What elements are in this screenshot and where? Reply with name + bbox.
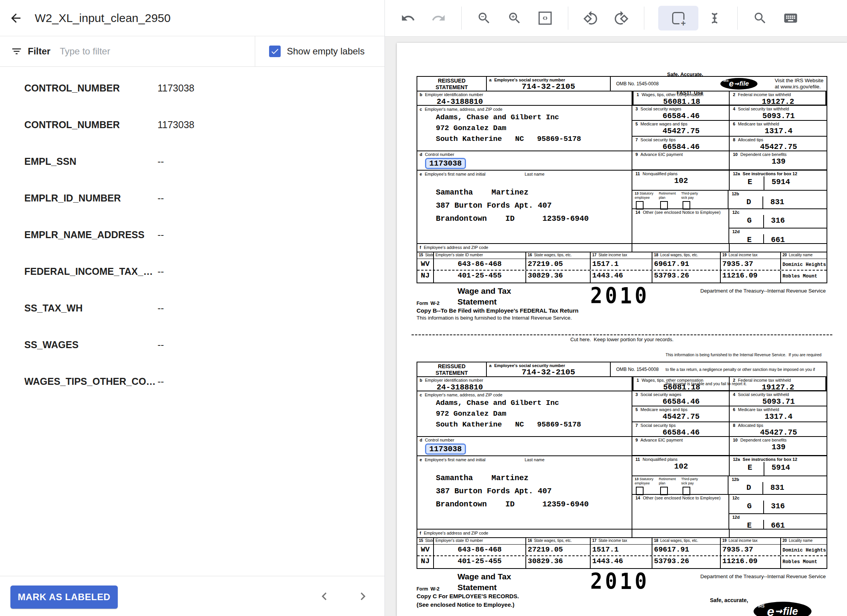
reissued-statement: REISSUED STATEMENT [417,362,487,376]
rotate-cw-icon [613,10,629,26]
rotate-cw-button[interactable] [613,10,630,27]
label-name: EMPLR_ID_NUMBER [24,193,158,204]
state-local-table: 15State Employer's state ID number 16Sta… [417,537,827,568]
chevron-left-icon [317,589,332,604]
label-row-ss-wages[interactable]: SS_WAGES -- [0,327,385,363]
toolbar-divider [644,7,644,30]
box-8-allocated-tips: 8Allocated tips 45427.75 [730,137,827,151]
third-party-sick-pay-checkbox [683,201,690,210]
wage-tax-statement-title: Wage and Tax Statement [457,571,511,593]
text-select-icon [707,11,722,25]
mark-as-labeled-button[interactable]: MARK AS LABELED [10,586,118,609]
zoom-out-button[interactable] [476,10,493,27]
label-name: CONTROL_NUMBER [24,119,158,130]
copy-b-line2: This information is being furnished to t… [417,315,572,321]
box-5-medicare-wages: 5Medicare wages and tips 45427.75 [632,121,730,136]
label-value: -- [158,303,164,314]
filter-bar: Filter Show empty labels [0,36,385,67]
search-button[interactable] [752,10,769,27]
label-value: 1173038 [158,119,194,130]
label-row-federal-income-tax[interactable]: FEDERAL_INCOME_TAX_… -- [0,253,385,290]
document-viewport[interactable]: REISSUED STATEMENT aEmployee's social se… [385,37,847,616]
label-value: -- [158,376,164,387]
box-6-medicare-tax: 6Medicare tax withheld 1317.4 [730,121,827,136]
treasury-dept-text: Department of the Treasury--Internal Rev… [700,288,826,294]
filter-input[interactable] [60,46,255,57]
rotate-ccw-button[interactable] [582,10,599,27]
label-row-wages-tips-other[interactable]: WAGES_TIPS_OTHER_CO… -- [0,363,385,400]
copy-c-line2: (See enclosed Notice to Employee.) [417,601,514,608]
label-row-empl-ssn[interactable]: EMPL_SSN -- [0,143,385,180]
label-row-control-number-2[interactable]: CONTROL_NUMBER 1173038 [0,107,385,143]
label-name: SS_TAX_WH [24,303,158,314]
box-13-checkboxes: 13 Statutoryemployee Retirementplan Thir… [632,191,729,208]
box-9-advance-eic: 9Advance EIC payment [632,151,730,169]
box-12d: 12d E661 [729,228,827,243]
state-row-nj: NJ 401-25-455 30829.36 1443.46 53793.26 … [417,271,827,283]
box-13-checkboxes: 13 Statutoryemployee Retirementplan Thir… [632,476,729,494]
show-empty-checkbox[interactable] [269,46,281,57]
fit-to-screen-button[interactable] [537,10,554,27]
cut-here-text: Cut here. Keep lower portion for your re… [412,337,832,342]
document-panel: + REISSUED STATEMENT aEmployee's social … [385,0,847,616]
label-name: FEDERAL_INCOME_TAX_… [24,266,158,277]
undo-button[interactable] [400,10,417,27]
treasury-dept-text: Department of the Treasury--Internal Rev… [700,574,826,579]
box-c-employer: cEmployer's name, address, and ZIP code … [417,391,632,437]
back-button[interactable] [7,9,25,27]
keyboard-shortcuts-button[interactable] [782,10,799,27]
box-4-ss-tax: 4Social security tax withheld 5093.71 [730,106,827,120]
label-row-control-number-1[interactable]: CONTROL_NUMBER 1173038 [0,70,385,107]
state-local-table: 15State Employer's state ID number 16Sta… [417,252,827,283]
fit-to-screen-icon [539,12,552,25]
zoom-out-icon [477,11,491,25]
statutory-employee-checkbox [636,201,644,210]
box-c-employer: cEmployer's name, address, and ZIP code … [417,106,632,151]
redo-button[interactable] [430,10,447,27]
box-11-nonqualified-plans: 11Nonqualified plans 102 [632,171,730,190]
box-9-advance-eic: 9Advance EIC payment [632,437,730,455]
panel-header: W2_XL_input_clean_2950 [0,0,385,36]
safe-accurate-text: Safe, accurate, FAST! Use [710,582,748,616]
label-value: -- [158,156,164,167]
box-12a: 12aSee instructions for box 12 E5914 [730,456,827,476]
next-item-button[interactable] [354,587,372,606]
zoom-in-button[interactable] [506,10,523,27]
chevron-right-icon [355,589,371,604]
box-10-dependent-care: 10Dependent care benefits 139 [730,437,827,455]
box-12b: 12b D831 [728,191,827,208]
box-14-other: 14Other (see enclosed Notice to Employee… [632,495,729,529]
label-value: -- [158,339,164,350]
previous-item-button[interactable] [315,587,334,606]
omb-number: OMB No. 1545-0008 [616,367,663,372]
filter-label: Filter [28,46,51,57]
retirement-plan-checkbox [660,201,668,210]
label-row-emplr-id-number[interactable]: EMPLR_ID_NUMBER -- [0,180,385,217]
add-bounding-box-tool-selected[interactable]: + [658,6,698,30]
box-d-control-number: dControl number 1173038 [417,437,632,456]
box-f-address-label: fEmployee's address and ZIP code [417,244,632,252]
select-text-tool[interactable] [706,10,723,27]
panel-footer: MARK AS LABELED [0,576,385,616]
zoom-in-icon [507,11,522,25]
visit-irs-text: Visit the IRS Website at www.irs.gov/efi… [775,78,823,90]
label-name: EMPL_SSN [24,156,158,167]
add-bounding-box-icon: + [671,11,685,25]
label-value: -- [158,229,164,240]
control-number-annotation[interactable]: 1173038 [425,158,466,169]
toolbar-divider [568,7,568,30]
label-row-ss-tax-wh[interactable]: SS_TAX_WH -- [0,290,385,327]
retirement-plan-checkbox [660,487,668,495]
label-row-emplr-name-address[interactable]: EMPLR_NAME_ADDRESS -- [0,217,385,253]
box-a-ssn: aEmployee's social security number 714-3… [487,362,611,376]
box-7-ss-tips: 7Social security tips 66584.46 [632,137,730,151]
undo-icon [401,11,415,25]
label-value: 1173038 [158,83,194,94]
box-6-medicare-tax: 6Medicare tax withheld 1317.4 [730,406,827,421]
ssn-value: 714-32-2105 [489,368,608,377]
copy-c-line1: Copy C For EMPLOYEE'S RECORDS. [417,593,519,599]
control-number-annotation[interactable]: 1173038 [425,443,466,455]
label-name: EMPLR_NAME_ADDRESS [24,229,158,240]
box-8-allocated-tips: 8Allocated tips 45427.75 [730,422,827,436]
tax-year: 2010 [590,569,649,594]
